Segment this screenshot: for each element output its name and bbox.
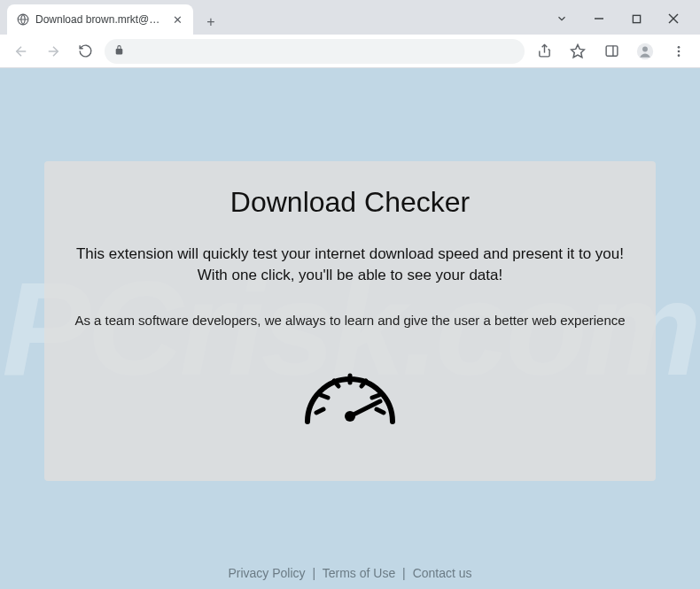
svg-point-13 — [678, 46, 681, 49]
terms-link[interactable]: Terms of Use — [323, 566, 395, 580]
svg-line-16 — [316, 409, 323, 413]
content-card: Download Checker This extension will qui… — [44, 161, 656, 481]
page-description: As a team software developers, we always… — [71, 313, 629, 328]
lock-icon — [113, 43, 125, 59]
footer-links: Privacy Policy | Terms of Use | Contact … — [0, 566, 700, 580]
privacy-link[interactable]: Privacy Policy — [228, 566, 305, 580]
svg-rect-9 — [606, 46, 618, 56]
tab-title: Download brown.mrkt@gmail.co — [35, 13, 165, 26]
close-window-button[interactable] — [663, 8, 684, 29]
new-tab-button[interactable]: + — [198, 10, 223, 35]
menu-icon[interactable] — [666, 39, 691, 64]
separator: | — [402, 566, 406, 580]
svg-line-17 — [321, 395, 328, 398]
svg-point-14 — [678, 50, 681, 52]
page-subtitle: This extension will quickly test your in… — [71, 244, 629, 286]
speedometer-icon — [297, 353, 403, 441]
forward-button[interactable] — [41, 39, 66, 64]
window-controls — [551, 8, 693, 35]
subtitle-line: With one click, you'll be able to see yo… — [71, 265, 629, 286]
side-panel-icon[interactable] — [599, 39, 624, 64]
browser-toolbar — [0, 35, 700, 68]
browser-titlebar: Download brown.mrkt@gmail.co ✕ + — [0, 0, 700, 35]
share-icon[interactable] — [532, 39, 556, 64]
back-button[interactable] — [9, 39, 34, 64]
svg-line-22 — [377, 409, 384, 413]
star-icon[interactable] — [565, 39, 590, 64]
svg-point-12 — [642, 46, 648, 51]
address-bar[interactable] — [105, 39, 525, 64]
page-title: Download Checker — [71, 186, 629, 219]
page-content: PCrisk.com Download Checker This extensi… — [0, 68, 700, 589]
profile-icon[interactable] — [633, 39, 657, 64]
browser-tab[interactable]: Download brown.mrkt@gmail.co ✕ — [7, 4, 193, 35]
maximize-button[interactable] — [626, 8, 647, 29]
reload-button[interactable] — [73, 39, 97, 64]
contact-link[interactable]: Contact us — [413, 566, 472, 580]
svg-rect-2 — [633, 15, 640, 22]
subtitle-line: This extension will quickly test your in… — [71, 244, 629, 265]
svg-marker-8 — [572, 44, 585, 57]
gauge-graphic — [71, 353, 629, 441]
chevron-down-icon[interactable] — [551, 8, 572, 29]
minimize-button[interactable] — [588, 8, 610, 29]
close-icon[interactable]: ✕ — [170, 12, 184, 27]
globe-icon — [16, 12, 30, 27]
separator: | — [312, 566, 315, 580]
svg-point-15 — [678, 54, 681, 57]
svg-line-21 — [372, 395, 379, 398]
